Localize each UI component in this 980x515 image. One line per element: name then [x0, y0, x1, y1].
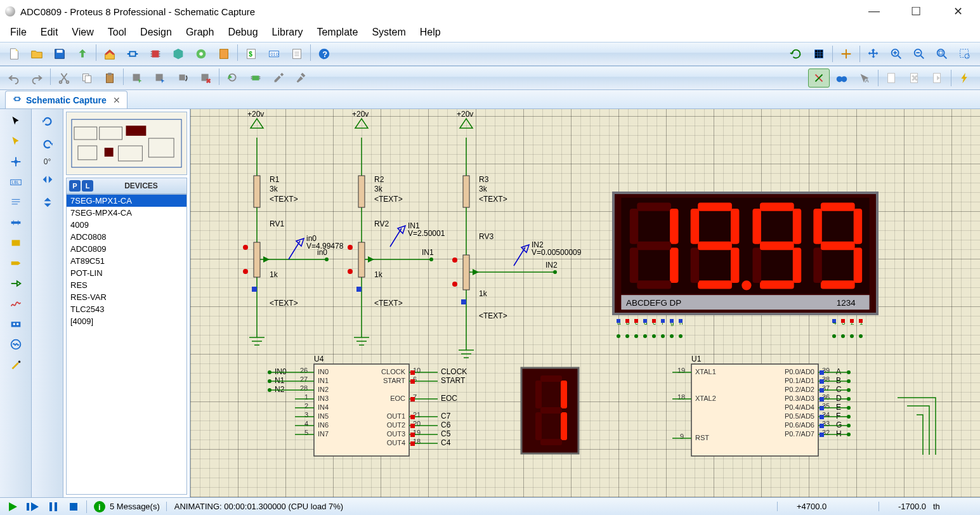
binary-icon[interactable]: 010 — [263, 44, 285, 63]
tab-close-icon[interactable]: ✕ — [113, 95, 121, 105]
play-button[interactable] — [4, 500, 22, 514]
rotate-cw-icon[interactable] — [37, 112, 58, 131]
device-item[interactable]: [4009] — [67, 315, 186, 327]
svg-rect-0 — [56, 50, 62, 53]
help-icon[interactable]: ? — [313, 44, 335, 63]
bus-icon[interactable] — [5, 213, 27, 232]
auto-annotate-icon[interactable]: A — [854, 68, 875, 88]
component-u4: U4 IN0 N1 N2 26 27 28 1 2 3 4 5 IN0 — [268, 355, 467, 456]
menu-system[interactable]: System — [365, 24, 412, 41]
zoom-fit-icon[interactable] — [931, 44, 953, 63]
pan-icon[interactable] — [863, 44, 884, 63]
label-icon[interactable]: LBL — [5, 173, 27, 192]
rotate-ccw-icon[interactable] — [37, 134, 58, 153]
block-delete-icon[interactable] — [195, 68, 216, 88]
3d-icon[interactable] — [167, 44, 189, 63]
probe-icon[interactable] — [5, 355, 27, 374]
home-icon[interactable] — [99, 44, 121, 63]
pick-icon[interactable] — [222, 68, 244, 88]
exit-sheet-icon[interactable] — [927, 68, 948, 88]
menu-help[interactable]: Help — [414, 24, 447, 41]
terminal-icon[interactable] — [5, 254, 27, 273]
redo-icon[interactable] — [26, 68, 48, 88]
menu-tool[interactable]: Tool — [101, 24, 133, 41]
device-item[interactable]: POT-LIN — [67, 267, 186, 279]
menu-view[interactable]: View — [65, 24, 100, 41]
import-icon[interactable] — [72, 44, 93, 63]
hammer-icon[interactable] — [291, 68, 312, 88]
zoom-area-icon[interactable] — [954, 44, 976, 63]
menu-library[interactable]: Library — [266, 24, 310, 41]
save-file-icon[interactable] — [49, 44, 70, 63]
undo-icon[interactable] — [3, 68, 25, 88]
overview-window[interactable] — [66, 112, 187, 175]
device-item[interactable]: ADC0808 — [67, 231, 186, 243]
close-button[interactable]: ✕ — [948, 4, 967, 18]
graph-icon[interactable] — [5, 294, 27, 313]
paste-icon[interactable] — [99, 68, 121, 88]
device-item[interactable]: 7SEG-MPX4-CA — [67, 207, 186, 219]
device-item[interactable]: 7SEG-MPX1-CA — [67, 195, 186, 207]
menu-template[interactable]: Template — [310, 24, 364, 41]
flip-vertical-icon[interactable] — [37, 193, 58, 212]
new-file-icon[interactable] — [3, 44, 25, 63]
stop-button[interactable] — [65, 500, 82, 514]
copy-icon[interactable] — [76, 68, 98, 88]
device-item[interactable]: RES — [67, 279, 186, 291]
block-move-icon[interactable] — [149, 68, 171, 88]
svg-rect-265 — [679, 319, 683, 323]
step-button[interactable] — [24, 500, 42, 514]
schematic-canvas[interactable]: +20v R1 3k <TEXT> RV1 1k <TEXT> — [190, 109, 980, 497]
device-list[interactable]: 7SEG-MPX1-CA 7SEG-MPX4-CA 4009 ADC0808 A… — [66, 194, 187, 495]
device-item[interactable]: TLC2543 — [67, 303, 186, 315]
tape-icon[interactable] — [5, 315, 27, 334]
package-icon[interactable] — [245, 68, 266, 88]
pick-parts-icon[interactable]: P — [69, 180, 81, 192]
device-item[interactable]: ADC0809 — [67, 243, 186, 255]
refresh-icon[interactable] — [785, 44, 807, 63]
net-toggle-icon[interactable] — [808, 68, 830, 88]
origin-icon[interactable] — [835, 44, 857, 63]
tools-icon[interactable] — [268, 68, 289, 88]
new-sheet-icon[interactable] — [881, 68, 903, 88]
selection-mode-icon[interactable] — [5, 112, 27, 131]
flip-horizontal-icon[interactable] — [37, 170, 58, 189]
device-item[interactable]: AT89C51 — [67, 255, 186, 267]
maximize-button[interactable]: ☐ — [906, 4, 925, 18]
binoculars-icon[interactable] — [831, 68, 853, 88]
bom-icon[interactable]: $ — [240, 44, 262, 63]
svg-rect-261 — [643, 319, 647, 323]
tab-schematic[interactable]: Schematic Capture ✕ — [5, 91, 127, 108]
gerber-icon[interactable] — [190, 44, 212, 63]
pause-button[interactable] — [44, 500, 62, 514]
component-icon[interactable] — [122, 44, 143, 63]
open-file-icon[interactable] — [26, 44, 48, 63]
block-rotate-icon[interactable] — [172, 68, 193, 88]
grid-icon[interactable] — [808, 44, 830, 63]
pick-libraries-icon[interactable]: L — [82, 180, 93, 192]
menu-file[interactable]: File — [4, 24, 33, 41]
menu-design[interactable]: Design — [134, 24, 178, 41]
zoom-in-icon[interactable] — [885, 44, 907, 63]
chip-icon[interactable] — [145, 44, 166, 63]
lightning-icon[interactable] — [954, 68, 976, 88]
text-script-icon[interactable] — [5, 193, 27, 212]
generator-icon[interactable] — [5, 335, 27, 354]
device-pin-icon[interactable] — [5, 274, 27, 293]
subcircuit-icon[interactable] — [5, 233, 27, 252]
delete-sheet-icon[interactable] — [904, 68, 925, 88]
junction-icon[interactable] — [5, 152, 27, 171]
menu-edit[interactable]: Edit — [34, 24, 65, 41]
block-copy-icon[interactable] — [126, 68, 148, 88]
component-mode-icon[interactable] — [5, 132, 27, 151]
bom-sheet-icon[interactable] — [213, 44, 235, 63]
device-item[interactable]: 4009 — [67, 219, 186, 231]
menu-debug[interactable]: Debug — [221, 24, 264, 41]
zoom-out-icon[interactable] — [908, 44, 930, 63]
notes-icon[interactable] — [286, 44, 308, 63]
message-count[interactable]: 5 Message(s) — [110, 502, 160, 511]
menu-graph[interactable]: Graph — [180, 24, 220, 41]
minimize-button[interactable]: — — [865, 4, 884, 18]
device-item[interactable]: RES-VAR — [67, 291, 186, 303]
cut-icon[interactable] — [53, 68, 75, 88]
